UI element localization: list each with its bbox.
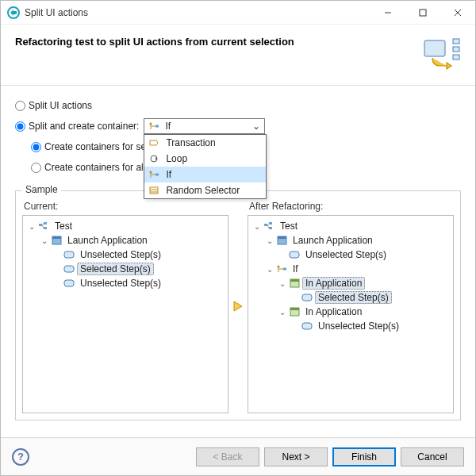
- help-icon: ?: [17, 451, 24, 463]
- wizard-header: Refactoring test to split UI actions fro…: [1, 25, 475, 86]
- svg-rect-22: [44, 222, 47, 225]
- dropdown-item-random-selector[interactable]: Random Selector: [144, 182, 266, 198]
- sample-legend: Sample: [22, 184, 61, 195]
- tree-node-launch[interactable]: ⌄ Launch Application: [250, 233, 451, 248]
- dropdown-item-label: If: [166, 169, 171, 180]
- cancel-button[interactable]: Cancel: [401, 447, 464, 466]
- if-icon: [148, 168, 160, 181]
- svg-rect-31: [264, 224, 267, 226]
- svg-rect-48: [302, 323, 312, 329]
- radio-split-create[interactable]: Split and create container:: [15, 121, 139, 132]
- container-type-dropdown: Transaction Loop If Random Selector: [144, 134, 267, 199]
- container-type-combo[interactable]: If ⌄ Transaction Loop If: [144, 118, 265, 134]
- finish-button[interactable]: Finish: [332, 447, 396, 466]
- wizard-body: Split UI actions Split and create contai…: [1, 86, 475, 437]
- step-icon: [301, 291, 313, 304]
- svg-rect-38: [290, 251, 299, 258]
- in-application-icon: [288, 305, 301, 318]
- svg-rect-6: [453, 39, 459, 44]
- dropdown-item-if[interactable]: If: [144, 167, 266, 182]
- radio-split-only-input[interactable]: [15, 101, 25, 111]
- radio-containers-selection-input[interactable]: [31, 142, 41, 152]
- svg-rect-27: [52, 236, 61, 239]
- dropdown-item-transaction[interactable]: Transaction: [144, 135, 266, 151]
- tree-node-label: Unselected Step(s): [77, 248, 164, 261]
- arrow-column: [228, 199, 248, 413]
- arrow-right-icon: [232, 300, 244, 313]
- maximize-button[interactable]: [405, 1, 440, 25]
- wizard-hero-icon: [423, 36, 461, 74]
- tree-node-label: If: [290, 263, 301, 275]
- svg-rect-2: [420, 10, 426, 16]
- close-button[interactable]: [440, 1, 475, 25]
- next-button[interactable]: Next >: [264, 447, 328, 466]
- tree-node-label: Unselected Step(s): [77, 277, 164, 290]
- button-label: Next >: [282, 451, 309, 463]
- svg-rect-28: [64, 251, 74, 258]
- tree-node-label: In Application: [302, 305, 365, 318]
- svg-rect-8: [453, 55, 459, 60]
- after-tree[interactable]: ⌄ Test ⌄ Launch Application Unselected S…: [248, 215, 454, 413]
- tree-node-selected[interactable]: Selected Step(s): [25, 262, 226, 276]
- button-label: Finish: [351, 451, 377, 463]
- svg-rect-12: [155, 125, 159, 128]
- tree-node-unselected[interactable]: Unselected Step(s): [250, 319, 451, 333]
- svg-line-35: [267, 225, 269, 228]
- svg-line-25: [42, 225, 44, 228]
- help-button[interactable]: ?: [12, 448, 29, 466]
- step-icon: [63, 248, 75, 261]
- tree-node-label: Test: [277, 220, 301, 232]
- svg-rect-17: [155, 174, 159, 176]
- twisty-icon[interactable]: ⌄: [264, 236, 275, 245]
- svg-rect-42: [283, 268, 286, 271]
- twisty-icon[interactable]: ⌄: [277, 279, 288, 288]
- window-title: Split UI actions: [25, 7, 88, 18]
- sample-group: Sample Current: ⌄ Test ⌄ Launch Applicat…: [15, 190, 461, 420]
- twisty-icon[interactable]: ⌄: [264, 265, 275, 274]
- app-icon: [7, 6, 20, 19]
- twisty-icon[interactable]: ⌄: [26, 222, 37, 231]
- dialog-window: Split UI actions Refactoring test to spl…: [0, 0, 476, 476]
- dropdown-item-loop[interactable]: Loop: [144, 151, 266, 167]
- minimize-button[interactable]: [370, 1, 405, 25]
- tree-node-unselected[interactable]: Unselected Step(s): [25, 248, 226, 262]
- step-icon: [288, 248, 301, 261]
- chevron-down-icon: ⌄: [250, 121, 263, 132]
- dropdown-item-label: Transaction: [166, 137, 215, 148]
- after-label: After Refactoring:: [249, 201, 454, 212]
- radio-containers-all-input[interactable]: [31, 163, 41, 173]
- tree-node-in-application[interactable]: ⌄ In Application: [250, 305, 451, 319]
- tree-node-label: Selected Step(s): [315, 291, 392, 304]
- step-icon: [63, 277, 75, 290]
- svg-line-34: [267, 224, 269, 225]
- tree-node-test[interactable]: ⌄ Test: [25, 219, 226, 233]
- dropdown-item-label: Random Selector: [166, 185, 240, 196]
- current-tree[interactable]: ⌄ Test ⌄ Launch Application Unselected S…: [22, 215, 228, 413]
- tree-node-selected[interactable]: Selected Step(s): [250, 290, 451, 305]
- twisty-icon[interactable]: ⌄: [251, 222, 263, 231]
- current-column: Current: ⌄ Test ⌄ Launch Application: [22, 199, 228, 413]
- twisty-icon[interactable]: ⌄: [277, 308, 288, 317]
- tree-node-label: Unselected Step(s): [315, 320, 402, 332]
- radio-split-only[interactable]: Split UI actions: [15, 97, 461, 114]
- radio-split-create-input[interactable]: [15, 121, 25, 132]
- radio-containers-all-label: Create containers for all: [44, 162, 145, 173]
- radio-split-only-label: Split UI actions: [29, 100, 92, 111]
- test-icon: [37, 220, 50, 232]
- tree-node-unselected[interactable]: Unselected Step(s): [250, 248, 451, 262]
- tree-node-unselected[interactable]: Unselected Step(s): [25, 276, 226, 290]
- wizard-footer: ? < Back Next > Finish Cancel: [1, 437, 475, 475]
- step-icon: [301, 320, 313, 332]
- after-column: After Refactoring: ⌄ Test ⌄ Launch Appli…: [248, 199, 454, 413]
- tree-node-launch[interactable]: ⌄ Launch Application: [25, 233, 226, 248]
- tree-node-in-application[interactable]: ⌄ In Application: [250, 276, 451, 290]
- button-label: Cancel: [417, 451, 447, 463]
- radio-split-create-label: Split and create container:: [29, 121, 139, 132]
- tree-node-if[interactable]: ⌄ If: [250, 262, 451, 276]
- if-icon: [275, 263, 288, 275]
- tree-node-test[interactable]: ⌄ Test: [250, 219, 451, 233]
- svg-rect-7: [453, 47, 459, 52]
- twisty-icon[interactable]: ⌄: [39, 236, 50, 245]
- svg-rect-29: [64, 266, 74, 272]
- tree-node-label: Selected Step(s): [77, 263, 154, 275]
